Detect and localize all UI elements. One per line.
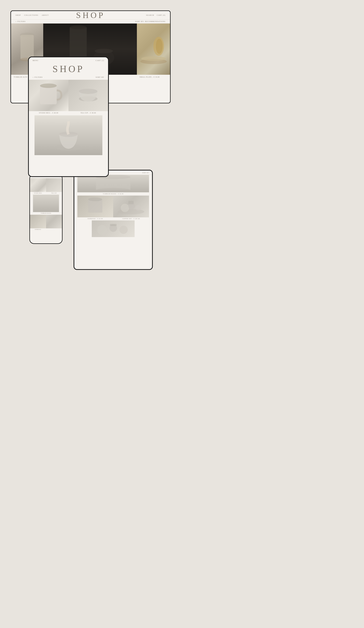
mobile-product-row-1: STUDIO MUG TEA CUP: [30, 178, 62, 195]
svg-rect-30: [110, 224, 117, 226]
mobile-studio-mug[interactable]: STUDIO MUG: [30, 178, 46, 195]
svg-point-14: [79, 89, 97, 94]
tablet-mid-nav: MENU CART (2): [29, 57, 108, 64]
filters-button[interactable]: + FILTERS: [15, 20, 26, 22]
desktop-nav-right: Search CART (0): [146, 14, 165, 16]
mobile-studio-mug-image: [30, 178, 46, 192]
svg-point-12: [40, 83, 57, 88]
nav-link-shop[interactable]: SHOP: [15, 14, 21, 16]
mobile-espresso2-image: [46, 215, 62, 228]
tablet2-coffee-set-label: COFFEE SET – € 187.00: [113, 217, 149, 220]
product-pouring[interactable]: [29, 115, 108, 155]
mobile-device: + FILTERS SORT BY STUDIO MUG TEA CUP TUM…: [29, 174, 63, 244]
svg-point-21: [88, 197, 102, 201]
mobile-espresso-image: [30, 215, 46, 228]
tablet-mid-device: MENU CART (2) SHOP + FILTERS SORT BY: [28, 57, 109, 177]
svg-point-10: [156, 39, 163, 54]
mobile-tea-cup-label: TEA CUP: [46, 192, 62, 195]
svg-rect-1: [20, 35, 34, 60]
svg-point-23: [121, 204, 129, 212]
product-studio-mug[interactable]: STUDIO MUG – € 40.00: [29, 80, 69, 115]
mobile-tea-cup[interactable]: TEA CUP: [46, 178, 62, 195]
svg-point-4: [70, 25, 87, 29]
svg-point-29: [119, 226, 128, 234]
desktop-nav: SHOP COLLECTIONS ABOUT SHOP Search CART …: [11, 11, 170, 19]
studio-mug-image: [29, 80, 69, 111]
svg-point-6: [95, 49, 113, 53]
mobile-tumbler-basso-label: TUMBLER BASSO: [33, 212, 59, 215]
tablet-menu-button[interactable]: MENU: [33, 60, 38, 62]
svg-point-19: [96, 188, 130, 192]
tablet-sort-label[interactable]: SORT BY: [96, 76, 104, 78]
tablet2-sort-label[interactable]: SORT BY: [142, 172, 149, 173]
svg-point-27: [97, 225, 107, 235]
tablet2-bottom-image: [92, 220, 135, 237]
tablet2-tumbler-basso[interactable]: TUMBLER BASSO – € 42.00: [74, 175, 152, 196]
mobile-tea-cup-image: [46, 178, 62, 192]
tablet-mid-filter-bar: + FILTERS SORT BY: [29, 75, 108, 80]
tablet2-device: + FILTERS SORT BY TUMBLER BASSO – € 42.0…: [73, 170, 153, 270]
sort-by-label: SORT BY: Recommendations: [135, 20, 165, 22]
tablet-mid-product-grid: STUDIO MUG – € 40.00 TEA CUP – € 38.00: [29, 80, 108, 115]
small-plate-label: SMALL PLATE – € 10.00: [137, 75, 170, 79]
tablet-filters-button[interactable]: + FILTERS: [33, 76, 43, 78]
pouring-image: [34, 115, 102, 155]
mobile-tumbler-basso[interactable]: TUMBLER BASSO: [30, 195, 62, 215]
svg-rect-20: [88, 199, 102, 213]
nav-cart[interactable]: CART (0): [157, 14, 165, 16]
tablet-cart-button[interactable]: CART (2): [96, 60, 104, 62]
tablet2-bottom-product[interactable]: [74, 220, 152, 237]
tablet-mid-title: SHOP: [29, 64, 108, 75]
svg-rect-11: [40, 86, 57, 104]
nav-search[interactable]: Search: [146, 14, 154, 16]
studio-mug-label: STUDIO MUG – € 40.00: [29, 111, 69, 115]
svg-rect-3: [70, 27, 87, 62]
mobile-tumbler-basso-image: [33, 195, 59, 212]
tablet2-espresso-label: ESPRESSO – € 32.00: [77, 217, 113, 220]
desktop-shop-title: SHOP: [76, 10, 105, 20]
page-container: SHOP COLLECTIONS ABOUT SHOP Search CART …: [0, 0, 364, 628]
tablet2-espresso-image: [77, 196, 113, 217]
tea-cup-image: [69, 80, 108, 111]
svg-rect-26: [128, 201, 134, 204]
tablet2-coffee-set-image: [113, 196, 149, 217]
product-tea-cup[interactable]: TEA CUP – € 38.00: [69, 80, 108, 115]
tablet2-tumbler-basso-image: [77, 175, 149, 192]
tablet2-espresso[interactable]: ESPRESSO – € 32.00: [77, 196, 113, 220]
nav-link-about[interactable]: ABOUT: [42, 14, 49, 16]
tablet2-two-col: ESPRESSO – € 32.00 COFFEE SET – € 187.00: [74, 196, 152, 220]
tea-cup-label: TEA CUP – € 38.00: [69, 111, 108, 115]
tablet2-tumbler-basso-label: TUMBLER BASSO – € 42.00: [77, 192, 149, 196]
desktop-nav-left: SHOP COLLECTIONS ABOUT: [15, 14, 49, 16]
svg-point-25: [135, 205, 141, 211]
svg-point-8: [141, 56, 166, 61]
mobile-espresso-2[interactable]: [46, 215, 62, 231]
mobile-product-row-2: ESPRESSO: [30, 215, 62, 231]
tablet2-coffee-set[interactable]: COFFEE SET – € 187.00: [113, 196, 149, 220]
mobile-studio-mug-label: STUDIO MUG: [30, 192, 46, 195]
mobile-espresso-label: ESPRESSO: [30, 228, 46, 231]
small-plate-image: [137, 23, 170, 75]
mobile-espresso[interactable]: ESPRESSO: [30, 215, 46, 231]
nav-link-collections[interactable]: COLLECTIONS: [24, 14, 38, 16]
product-small-plate[interactable]: SMALL PLATE – € 10.00: [137, 23, 170, 96]
